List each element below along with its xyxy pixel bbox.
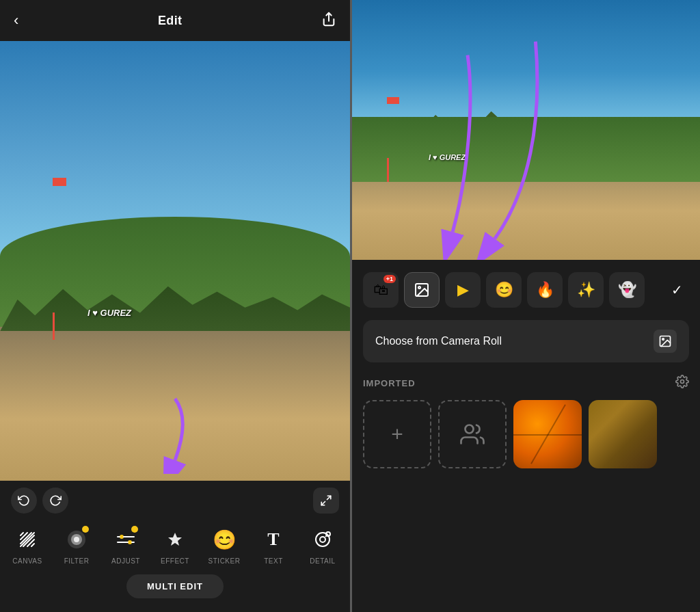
tool-detail[interactable]: DETAIL	[302, 524, 343, 565]
left-header: ‹ Edit	[0, 0, 350, 41]
sticker-type-face[interactable]: 😊	[486, 272, 522, 308]
tool-sticker[interactable]: 😊 STICKER	[204, 524, 245, 565]
page-title: Edit	[158, 14, 182, 28]
sticker-type-ghost[interactable]: 👻	[609, 272, 645, 308]
play-icon: ▶	[457, 281, 469, 299]
svg-point-13	[74, 537, 79, 542]
right-photo-text: I ♥ GUREZ	[429, 153, 466, 161]
sticker-type-fire[interactable]: 🔥	[527, 272, 563, 308]
left-panel: ‹ Edit I ♥ GUREZ	[0, 0, 350, 612]
canvas-icon	[18, 530, 37, 549]
right-panel: I ♥ GUREZ �	[350, 0, 700, 612]
imported-label: IMPORTED	[363, 378, 416, 388]
face-icon: 😊	[495, 281, 513, 299]
adjust-icon-wrap	[111, 524, 141, 555]
add-sticker-button[interactable]: +	[363, 400, 431, 468]
check-icon: ✓	[671, 282, 683, 298]
right-flag	[387, 97, 399, 104]
right-flag-pole	[387, 158, 389, 182]
tool-canvas[interactable]: CANVAS	[7, 524, 48, 565]
svg-marker-20	[168, 533, 182, 546]
filter-icon-wrap	[62, 524, 92, 555]
photo-scene: I ♥ GUREZ	[0, 41, 350, 481]
sticker-grid: +	[363, 400, 689, 468]
undo-redo-group	[11, 488, 68, 514]
imported-section: IMPORTED +	[352, 369, 700, 474]
sparkle-icon: ✨	[577, 281, 595, 299]
sticker-basket[interactable]	[589, 400, 657, 468]
sticker-type-image[interactable]	[404, 272, 440, 308]
svg-line-24	[325, 535, 327, 537]
gifting-badge: +1	[383, 275, 396, 283]
svg-point-31	[681, 380, 684, 384]
basketball-image	[513, 400, 582, 468]
gifting-icon: 🛍	[373, 281, 388, 299]
fullscreen-button[interactable]	[313, 488, 339, 514]
svg-point-32	[466, 425, 474, 434]
settings-icon	[675, 375, 689, 388]
sticker-basketball[interactable]	[513, 400, 582, 468]
camera-roll-button[interactable]: Choose from Camera Roll	[363, 320, 689, 362]
adjust-badge	[131, 526, 138, 533]
canvas-label: CANVAS	[12, 557, 42, 565]
svg-line-7	[21, 533, 34, 546]
multi-edit-button[interactable]: MULTI EDIT	[126, 574, 224, 598]
flag-pole	[53, 312, 55, 340]
svg-point-30	[662, 338, 664, 341]
right-grass	[352, 117, 700, 182]
effect-icon	[165, 530, 185, 549]
filter-label: FILTER	[64, 557, 90, 565]
imported-settings-button[interactable]	[675, 375, 689, 392]
detail-label: DETAIL	[310, 557, 335, 565]
canvas-icon-wrap	[12, 524, 42, 555]
person-sticker-icon	[460, 422, 485, 447]
svg-point-28	[418, 287, 420, 289]
adjust-icon	[116, 530, 135, 549]
effect-icon-wrap	[160, 524, 190, 555]
adjust-label: ADJUST	[111, 557, 140, 565]
tool-filter[interactable]: FILTER	[56, 524, 97, 565]
svg-line-4	[21, 533, 23, 535]
svg-line-10	[31, 544, 34, 546]
sticker-type-gifting[interactable]: 🛍 +1	[363, 272, 399, 308]
sticker-type-sparkle[interactable]: ✨	[568, 272, 604, 308]
sticker-icon: 😊	[213, 529, 237, 551]
text-icon: T	[267, 529, 279, 550]
multi-edit-section: MULTI EDIT	[0, 570, 350, 598]
effect-label: EFFECT	[161, 557, 189, 565]
redo-button[interactable]	[42, 488, 68, 514]
sticker-panel: 🛍 +1 ▶ 😊 🔥	[352, 260, 700, 612]
add-icon: +	[391, 423, 403, 446]
filter-badge	[82, 526, 89, 533]
left-bottom-controls: CANVAS FILTER	[0, 481, 350, 612]
left-image-area: I ♥ GUREZ	[0, 41, 350, 481]
tool-text[interactable]: T TEXT	[253, 524, 294, 565]
sticker-check-button[interactable]: ✓	[664, 278, 689, 302]
toolbar: CANVAS FILTER	[0, 519, 350, 570]
tool-effect[interactable]: EFFECT	[154, 524, 196, 565]
photo-text-overlay: I ♥ GUREZ	[88, 308, 131, 318]
undo-redo-row	[0, 488, 350, 519]
sticker-types-row: 🛍 +1 ▶ 😊 🔥	[352, 267, 700, 313]
ground-layer	[0, 327, 350, 481]
text-icon-wrap: T	[258, 524, 288, 555]
undo-button[interactable]	[11, 488, 37, 514]
tool-adjust[interactable]: ADJUST	[105, 524, 146, 565]
sticker-type-play[interactable]: ▶	[445, 272, 481, 308]
add-person-sticker-button[interactable]	[438, 400, 507, 468]
sticker-icon-wrap: 😊	[209, 524, 239, 555]
camera-roll-svg-icon	[658, 334, 672, 348]
fire-icon: 🔥	[536, 281, 554, 299]
right-image-area: I ♥ GUREZ	[352, 0, 700, 260]
detail-icon-wrap	[308, 524, 338, 555]
svg-point-21	[316, 533, 329, 546]
flag	[53, 178, 66, 186]
image-icon	[414, 282, 430, 298]
ghost-icon: 👻	[618, 281, 636, 299]
camera-roll-label: Choose from Camera Roll	[375, 335, 502, 347]
camera-roll-icon	[654, 330, 677, 353]
svg-point-22	[320, 537, 325, 542]
share-button[interactable]	[321, 12, 336, 30]
back-button[interactable]: ‹	[14, 12, 18, 29]
sticker-label: STICKER	[208, 557, 241, 565]
